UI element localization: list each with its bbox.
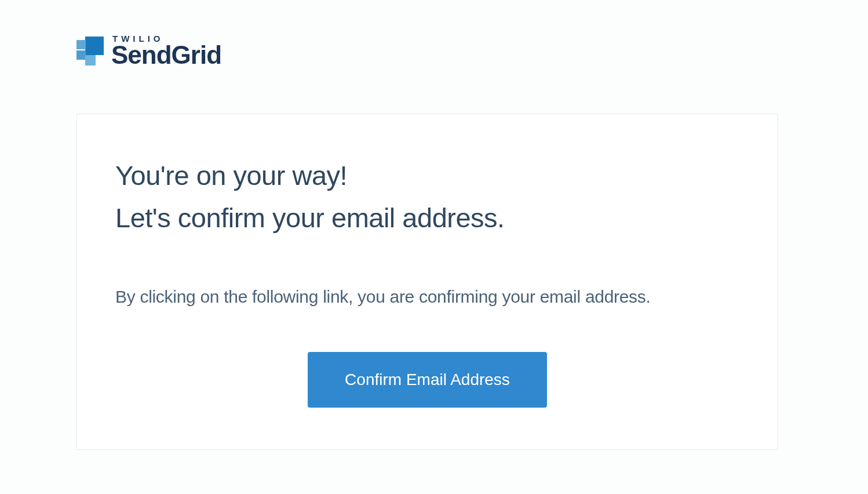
confirmation-card: You're on your way! Let's confirm your e… xyxy=(76,114,778,450)
logo-brand: SendGrid xyxy=(111,42,221,68)
instruction-text: By clicking on the following link, you a… xyxy=(115,287,739,307)
sendgrid-mark-icon xyxy=(76,37,105,66)
cta-wrapper: Confirm Email Address xyxy=(115,352,739,408)
brand-logo-text: TWILIO SendGrid xyxy=(111,34,221,68)
heading-line-2: Let's confirm your email address. xyxy=(115,202,739,234)
heading-line-1: You're on your way! xyxy=(115,159,739,191)
confirm-email-button[interactable]: Confirm Email Address xyxy=(308,352,547,408)
brand-logo: TWILIO SendGrid xyxy=(76,34,221,68)
